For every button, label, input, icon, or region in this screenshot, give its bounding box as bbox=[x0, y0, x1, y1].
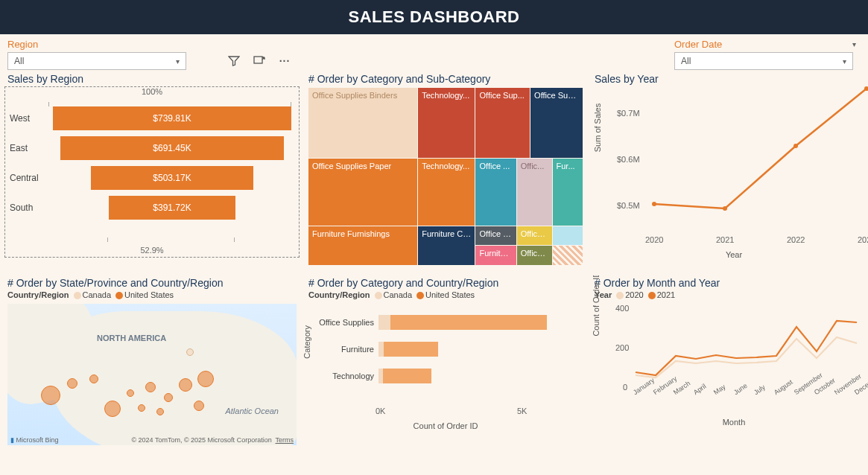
svg-point-1 bbox=[652, 202, 656, 206]
chevron-down-icon: ▾ bbox=[176, 57, 180, 66]
funnel-row[interactable]: Central $503.17K bbox=[10, 163, 294, 193]
treemap-tile[interactable] bbox=[553, 226, 583, 246]
treemap-tile[interactable] bbox=[553, 246, 583, 265]
funnel-bot-pct: 52.9% bbox=[5, 246, 299, 255]
filter-icon[interactable] bbox=[224, 52, 244, 70]
treemap-tile[interactable]: Offic... bbox=[517, 159, 553, 226]
x-axis-label: Count of Order ID bbox=[308, 421, 583, 430]
svg-rect-0 bbox=[254, 57, 262, 63]
card-order-by-month-year[interactable]: # Order by Month and Year Year 2020 2021… bbox=[590, 275, 868, 454]
map-bubble[interactable] bbox=[197, 371, 214, 387]
legend-item: United States bbox=[124, 290, 174, 299]
funnel-row[interactable]: South $391.72K bbox=[10, 193, 294, 223]
treemap-tile[interactable]: Technology... bbox=[418, 159, 475, 226]
hbar-row[interactable]: Technology bbox=[314, 365, 583, 387]
treemap-tile[interactable]: Office Sup... bbox=[530, 88, 583, 159]
hbar-cat: Office Supplies bbox=[314, 318, 378, 327]
legend-item: United States bbox=[425, 290, 475, 299]
hbar-cat: Furniture bbox=[314, 345, 378, 354]
x-tick: 2020 bbox=[645, 235, 663, 244]
hbar-seg bbox=[378, 342, 384, 357]
order-date-filter-select[interactable]: All ▾ bbox=[674, 52, 853, 70]
funnel-cat-label: South bbox=[10, 203, 50, 213]
hbar-cat: Technology bbox=[314, 372, 378, 380]
legend: Country/Region Canada United States bbox=[304, 290, 587, 302]
legend: Year 2020 2021 bbox=[590, 290, 868, 302]
treemap-tile[interactable]: Office Supplies Binders bbox=[308, 88, 418, 159]
funnel-cat-label: East bbox=[10, 143, 50, 153]
legend-swatch bbox=[648, 292, 656, 299]
map-bubble[interactable] bbox=[89, 374, 98, 383]
map-bubble[interactable] bbox=[164, 393, 173, 402]
region-filter-value: All bbox=[14, 56, 24, 66]
funnel-row[interactable]: East $691.45K bbox=[10, 133, 294, 163]
chart-title: Sales by Year bbox=[590, 71, 868, 86]
map-bubble[interactable] bbox=[67, 378, 77, 389]
funnel-bar: $739.81K bbox=[53, 106, 291, 130]
map-copyright: © 2024 TomTom, © 2025 Microsoft Corporat… bbox=[131, 436, 294, 444]
treemap-tile[interactable]: Office S... bbox=[517, 246, 553, 265]
map-bubble[interactable] bbox=[145, 382, 156, 392]
hbar-seg bbox=[383, 369, 431, 383]
dashboard-title: SALES DASHBOARD bbox=[0, 0, 868, 34]
x-tick: 2023 bbox=[858, 235, 868, 244]
hbar-row[interactable]: Office Supplies bbox=[314, 311, 583, 334]
more-options-icon[interactable]: ··· bbox=[274, 52, 295, 70]
map-bubble[interactable] bbox=[194, 401, 204, 411]
funnel-row[interactable]: West $739.81K bbox=[10, 103, 294, 133]
svg-point-3 bbox=[793, 144, 798, 148]
treemap-tile[interactable]: Furniture Furnishings bbox=[308, 226, 418, 265]
focus-mode-icon[interactable] bbox=[249, 52, 270, 70]
card-order-by-cat-country[interactable]: # Order by Category and Country/Region C… bbox=[304, 275, 587, 454]
bing-attribution: ▮ Microsoft Bing bbox=[10, 436, 59, 444]
legend-swatch bbox=[74, 292, 81, 299]
y-axis-label: Category bbox=[304, 325, 311, 359]
card-order-by-state[interactable]: # Order by State/Province and Country/Re… bbox=[3, 275, 301, 454]
treemap-tile[interactable]: Office ... bbox=[475, 159, 516, 226]
treemap-area: Office Supplies Binders Office Supplies … bbox=[308, 88, 583, 265]
ocean-label: Atlantic Ocean bbox=[225, 407, 279, 415]
legend-swatch bbox=[375, 292, 382, 299]
legend-swatch bbox=[616, 292, 624, 299]
visual-toolbar: ··· bbox=[224, 52, 295, 70]
map-bubble[interactable] bbox=[104, 401, 121, 417]
x-tick: 0K bbox=[376, 407, 385, 415]
treemap-tile[interactable]: Office ... bbox=[517, 226, 553, 246]
chevron-down-icon[interactable]: ▾ bbox=[852, 40, 856, 48]
line-chart-svg bbox=[595, 86, 868, 235]
x-tick: 2022 bbox=[787, 235, 805, 244]
treemap-tile[interactable]: Technology... bbox=[418, 88, 475, 159]
legend-item: Canada bbox=[83, 290, 112, 299]
chart-title: # Order by State/Province and Country/Re… bbox=[3, 275, 301, 290]
x-tick: 2021 bbox=[716, 235, 734, 244]
card-sales-by-year[interactable]: Sales by Year Sum of Sales $0.7M $0.6M $… bbox=[590, 71, 868, 272]
x-axis-label: Year bbox=[595, 250, 868, 259]
map-visual[interactable]: NORTH AMERICA Atlantic Ocean ▮ Microsoft… bbox=[7, 304, 297, 445]
terms-link[interactable]: Terms bbox=[276, 436, 294, 444]
region-filter-select[interactable]: All ▾ bbox=[7, 52, 186, 70]
hbar-row[interactable]: Furniture bbox=[314, 338, 583, 360]
x-tick-row: JanuaryFebruaryMarchAprilMayJuneJulyAugu… bbox=[632, 390, 867, 420]
treemap-tile[interactable]: Furniture Ch... bbox=[418, 226, 475, 265]
chart-title: # Order by Category and Country/Region bbox=[304, 275, 587, 290]
treemap-tile[interactable]: Fur... bbox=[553, 159, 583, 226]
treemap-tile[interactable]: Office Supplies Paper bbox=[308, 159, 418, 226]
funnel-top-pct: 100% bbox=[10, 87, 294, 96]
treemap-tile[interactable]: Office Sup... bbox=[475, 88, 530, 159]
order-date-filter-label: Order Date bbox=[674, 39, 722, 50]
chart-title: # Order by Month and Year bbox=[590, 275, 868, 290]
card-sales-by-region[interactable]: Sales by Region 100% West $739.81K East … bbox=[3, 71, 301, 272]
treemap-tile[interactable]: Furnitur... bbox=[475, 246, 516, 265]
treemap-tile[interactable]: Office S... bbox=[475, 226, 516, 246]
map-bubble[interactable] bbox=[41, 386, 60, 405]
funnel-cat-label: West bbox=[10, 113, 50, 124]
region-filter-label: Region bbox=[7, 39, 216, 50]
legend-label: Country/Region bbox=[308, 290, 370, 299]
multiline-svg bbox=[595, 302, 868, 392]
map-bubble[interactable] bbox=[179, 378, 192, 392]
legend-item: 2021 bbox=[657, 290, 675, 299]
hbar-seg bbox=[378, 315, 390, 330]
continent-label: NORTH AMERICA bbox=[97, 334, 166, 342]
card-order-by-cat-subcat[interactable]: # Order by Category and Sub-Category Off… bbox=[304, 71, 587, 272]
hbar-seg bbox=[390, 315, 547, 330]
